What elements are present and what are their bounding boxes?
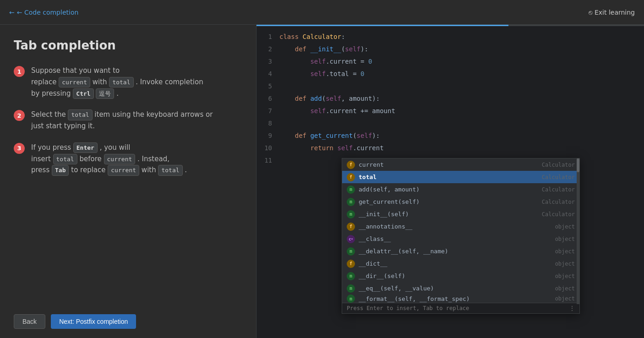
ac-name-format: __format__(self, __format_spec) (359, 295, 555, 302)
left-panel: Tab completion 1 Suppose that you want t… (0, 25, 257, 338)
ac-icon-f-4: f (347, 260, 355, 268)
code-line-3: self . current = 0 (279, 55, 639, 68)
code-line-10: return self . current (279, 142, 639, 154)
step-1-line1: Suppose that you want to (31, 65, 203, 76)
class-name: Calculator (303, 31, 341, 43)
ac-icon-m-4: m (347, 247, 355, 256)
code-line-1: class Calculator : (279, 31, 639, 43)
fn-init: __init__ (310, 43, 341, 55)
ac-item-delattr[interactable]: m __delattr__(self, __name) object (342, 245, 579, 257)
code-line-6: def add ( self , amount ): (279, 93, 639, 105)
ac-icon-m-3: m (347, 210, 355, 218)
step-3-line1: If you press Enter , you will (31, 142, 187, 153)
fn-add: add (310, 93, 322, 105)
ac-name-get-current: get_current(self) (359, 198, 542, 205)
line-num-8: 8 (264, 117, 272, 130)
current-kbd-2: current (104, 154, 136, 164)
ac-name-annotations: __annotations__ (359, 223, 555, 230)
ac-icon-m-1: m (347, 185, 355, 194)
back-button[interactable]: Back (14, 314, 45, 329)
code-line-4: self . total = 0 (279, 68, 639, 80)
with-text: with (93, 78, 109, 86)
ac-icon-f-2: f (347, 173, 355, 181)
ac-icon-c-1: c+ (347, 235, 355, 243)
code-line-5 (279, 80, 639, 93)
total-kbd-1: total (109, 77, 133, 87)
ac-source-4: Calculator (542, 199, 575, 205)
line-num-11: 11 (264, 154, 272, 167)
ac-source-2: Calculator (542, 174, 575, 180)
line-num-6: 6 (264, 93, 272, 105)
code-line-9: def get_current ( self ): (279, 130, 639, 142)
step-1-content: Suppose that you want to replace current… (31, 65, 203, 99)
ac-source-7: object (555, 236, 575, 242)
keyword-class: class (279, 31, 303, 43)
comma-kbd: 逗号 (96, 88, 114, 99)
step-3-line2: insert total before current . Instead, (31, 153, 187, 165)
step-3-content: If you press Enter , you will insert tot… (31, 142, 187, 176)
ac-source-3: Calculator (542, 186, 575, 193)
line-num-5: 5 (264, 80, 272, 93)
ac-item-format[interactable]: m __format__(self, __format_spec) object (342, 294, 579, 303)
with-text-2: with (142, 166, 158, 174)
ac-source-5: Calculator (542, 211, 575, 218)
ac-name-class: __class__ (359, 235, 555, 242)
ac-item-total[interactable]: f total Calculator (342, 171, 579, 183)
enter-kbd: Enter (73, 142, 98, 153)
tab-kbd: Tab (52, 165, 69, 175)
ac-icon-f-1: f (347, 161, 355, 169)
ac-icon-f-3: f (347, 223, 355, 231)
step-3-line3: press Tab to replace current with total … (31, 164, 187, 176)
ac-item-eq[interactable]: m __eq__(self, __value) object (342, 282, 579, 294)
ac-item-dir[interactable]: m __dir__(self) object (342, 270, 579, 282)
line-num-4: 4 (264, 68, 272, 80)
ac-source-12: object (555, 295, 575, 302)
next-button[interactable]: Next: Postfix completion (51, 314, 136, 329)
total-kbd-4: total (158, 165, 182, 175)
ac-item-dict[interactable]: f __dict__ object (342, 257, 579, 270)
line-num-10: 10 (264, 142, 272, 154)
back-to-code-completion-link[interactable]: ← ← Code completion (9, 9, 78, 16)
line-num-9: 9 (264, 130, 272, 142)
ac-footer-text: Press Enter to insert, Tab to replace (347, 305, 469, 311)
step-1-number: 1 (14, 66, 25, 77)
ac-item-init[interactable]: m __init__(self) Calculator (342, 208, 579, 220)
ac-name-dir: __dir__(self) (359, 273, 555, 279)
keyword-return: return (310, 142, 337, 154)
ac-item-get-current[interactable]: m get_current(self) Calculator (342, 196, 579, 208)
step-1: 1 Suppose that you want to replace curre… (14, 65, 242, 99)
line-numbers: 1 2 3 4 5 6 7 8 9 10 11 (257, 31, 279, 333)
ac-icon-m-5: m (347, 272, 355, 280)
total-kbd-2: total (68, 109, 92, 120)
current-kbd-1: current (59, 77, 90, 87)
keyword-def-2: def (295, 93, 311, 105)
autocomplete-scrollbar[interactable] (577, 158, 579, 304)
ac-item-annotations[interactable]: f __annotations__ object (342, 220, 579, 233)
keyword-def-3: def (295, 130, 311, 142)
ac-icon-m-6: m (347, 284, 355, 293)
ac-name-init: __init__(self) (359, 211, 542, 218)
code-line-8 (279, 117, 639, 130)
ac-footer-dots: ⋮ (569, 305, 575, 311)
exit-learning-link[interactable]: ⎋ Exit learning (589, 9, 635, 16)
total-kbd-3: total (53, 154, 77, 164)
exit-icon: ⎋ (589, 9, 592, 16)
step-2-line2: just start typing it. (31, 120, 213, 132)
ac-name-total: total (359, 174, 542, 180)
ac-item-class[interactable]: c+ __class__ object (342, 233, 579, 245)
step-1-line2: replace current with total . Invoke comp… (31, 76, 203, 88)
ac-name-dict: __dict__ (359, 260, 555, 267)
code-area: 1 2 3 4 5 6 7 8 9 10 11 class Calculator… (257, 26, 644, 338)
ac-icon-m-2: m (347, 198, 355, 206)
step-3: 3 If you press Enter , you will insert t… (14, 142, 242, 176)
line-num-2: 2 (264, 43, 272, 55)
ac-item-current[interactable]: f current Calculator (342, 158, 579, 171)
step-1-line3: by pressing Ctrl 逗号 . (31, 88, 203, 99)
ac-source-1: Calculator (542, 162, 575, 168)
autocomplete-footer: Press Enter to insert, Tab to replace ⋮ (342, 303, 579, 313)
step-2-number: 2 (14, 110, 25, 121)
autocomplete-dropdown: f current Calculator f total Calculator … (342, 158, 580, 314)
ac-item-add[interactable]: m add(self, amount) Calculator (342, 183, 579, 196)
button-row: Back Next: Postfix completion (14, 305, 242, 329)
ac-source-11: object (555, 285, 575, 292)
